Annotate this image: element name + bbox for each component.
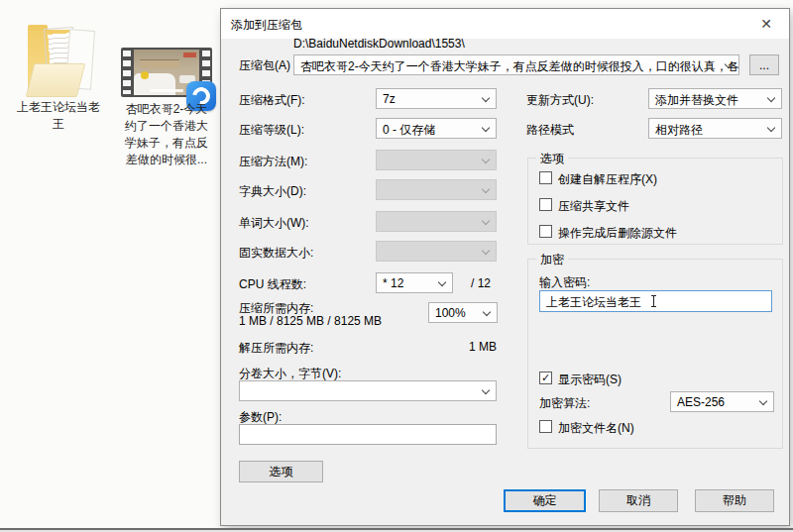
memory-compress-detail: 1 MB / 8125 MB / 8125 MB <box>239 314 382 328</box>
level-label: 压缩等级(L): <box>239 122 304 139</box>
update-mode-value: 添加并替换文件 <box>655 93 738 107</box>
format-value: 7z <box>383 92 396 106</box>
parameters-input[interactable] <box>239 424 497 445</box>
chevron-down-icon <box>767 124 775 132</box>
solid-size-label: 固实数据大小: <box>239 245 313 262</box>
folder-desktop-item[interactable]: 上老王论坛当老 王 <box>8 99 109 133</box>
word-size-label: 单词大小(W): <box>239 215 309 232</box>
folder-icon[interactable] <box>26 20 95 99</box>
cpu-threads-combobox[interactable]: * 12 <box>376 272 453 293</box>
password-label: 输入密码: <box>539 274 590 291</box>
archive-name-value: 杏吧衣哥2-今天约了一个香港大学妹子，有点反差做的时候很投入，口的很认真，各种姿… <box>300 59 739 73</box>
update-mode-label: 更新方式(U): <box>526 92 594 109</box>
memory-decompress-value: 1 MB <box>453 340 497 354</box>
chevron-down-icon <box>482 247 490 255</box>
format-combobox[interactable]: 7z <box>376 88 497 109</box>
cpu-threads-label: CPU 线程数: <box>239 276 306 293</box>
path-mode-label: 路径模式 <box>526 122 574 139</box>
check-icon: ✓ <box>541 372 550 383</box>
chevron-down-icon <box>482 217 490 225</box>
cipher-value: AES-256 <box>677 395 725 409</box>
add-to-archive-dialog: 添加到压缩包 ✕ 压缩包(A) D:\BaiduNetdiskDownload\… <box>220 8 790 526</box>
solid-size-combobox <box>376 241 497 262</box>
dialog-titlebar[interactable]: 添加到压缩包 ✕ <box>221 9 789 39</box>
path-mode-value: 相对路径 <box>655 123 703 137</box>
chevron-down-icon <box>482 185 490 193</box>
method-label: 压缩方法(M): <box>239 154 307 170</box>
encrypt-names-label: 加密文件名(N) <box>558 420 634 437</box>
level-combobox[interactable]: 0 - 仅存储 <box>376 118 497 139</box>
show-password-label: 显示密码(S) <box>558 372 622 388</box>
dictionary-combobox <box>376 179 497 200</box>
folder-label: 上老王论坛当老 <box>8 99 109 116</box>
video-label: 差做的时候很... <box>117 152 216 168</box>
thumbnail-watermark-dot <box>141 71 149 79</box>
split-size-combobox[interactable] <box>239 380 497 401</box>
video-file-icon[interactable] <box>121 48 212 97</box>
filmstrip-holes-icon <box>123 51 131 94</box>
chevron-down-icon <box>438 278 446 286</box>
chevron-down-icon <box>482 156 490 163</box>
chevron-down-icon <box>483 308 491 316</box>
folder-label: 王 <box>8 116 109 133</box>
folder-front-shape <box>26 63 85 97</box>
thumbnail-subtitle-bar <box>150 89 183 92</box>
chevron-down-icon <box>482 124 490 132</box>
chevron-down-icon <box>767 94 775 102</box>
word-size-combobox <box>376 211 497 232</box>
chevron-down-icon <box>482 94 490 102</box>
thumbnail-logo-tag <box>183 53 196 57</box>
delete-after-label: 操作完成后删除源文件 <box>558 225 677 242</box>
compress-shared-checkbox[interactable] <box>539 198 552 211</box>
cipher-combobox[interactable]: AES-256 <box>670 391 774 412</box>
cancel-button[interactable]: 取消 <box>599 489 678 512</box>
create-sfx-checkbox[interactable] <box>539 171 552 184</box>
options-group-title: 选项 <box>536 151 568 167</box>
video-label: 杏吧衣哥2-今天 <box>117 101 216 118</box>
close-icon[interactable]: ✕ <box>755 14 777 34</box>
cpu-threads-value: * 12 <box>383 276 403 290</box>
show-password-checkbox[interactable]: ✓ <box>539 372 552 384</box>
encrypt-names-checkbox[interactable] <box>539 420 552 433</box>
memory-percent-value: 100% <box>435 306 466 320</box>
help-button[interactable]: 帮助 <box>695 489 774 512</box>
video-desktop-item[interactable]: 杏吧衣哥2-今天 约了一个香港大 学妹子，有点反 差做的时候很... <box>117 101 216 168</box>
archive-name-combobox[interactable]: 杏吧衣哥2-今天约了一个香港大学妹子，有点反差做的时候很投入，口的很认真，各种姿… <box>293 54 739 75</box>
level-value: 0 - 仅存储 <box>383 123 435 137</box>
archive-label: 压缩包(A) <box>239 57 290 74</box>
cpu-threads-total: / 12 <box>471 276 491 290</box>
dictionary-label: 字典大小(D): <box>239 183 306 200</box>
encryption-group-title: 加密 <box>536 252 568 268</box>
password-value: 上老王论坛当老王 <box>546 295 641 309</box>
compress-shared-label: 压缩共享文件 <box>558 198 629 215</box>
video-label: 学妹子，有点反 <box>117 135 216 152</box>
format-label: 压缩格式(F): <box>239 92 305 109</box>
memory-decompress-label: 解压所需内存: <box>239 340 313 357</box>
options-button[interactable]: 选项 <box>239 461 323 482</box>
thumbnail-headboard-shape <box>140 59 179 68</box>
create-sfx-label: 创建自解压程序(X) <box>558 171 657 188</box>
ok-button[interactable]: 确定 <box>504 489 586 512</box>
chevron-down-icon <box>482 386 490 394</box>
delete-after-checkbox[interactable] <box>539 225 552 238</box>
update-mode-combobox[interactable]: 添加并替换文件 <box>648 88 782 109</box>
password-input[interactable]: 上老王论坛当老王 <box>539 290 772 312</box>
dialog-title: 添加到压缩包 <box>231 17 302 34</box>
chevron-down-icon <box>759 397 767 405</box>
method-combobox <box>376 150 497 170</box>
path-mode-combobox[interactable]: 相对路径 <box>648 118 782 139</box>
text-cursor-icon <box>653 295 654 307</box>
browse-button[interactable]: ... <box>749 54 779 75</box>
cipher-label: 加密算法: <box>539 395 590 412</box>
video-label: 约了一个香港大 <box>117 118 216 135</box>
archive-path: D:\BaiduNetdiskDownload\1553\ <box>293 37 465 51</box>
memory-percent-combobox[interactable]: 100% <box>428 302 498 323</box>
